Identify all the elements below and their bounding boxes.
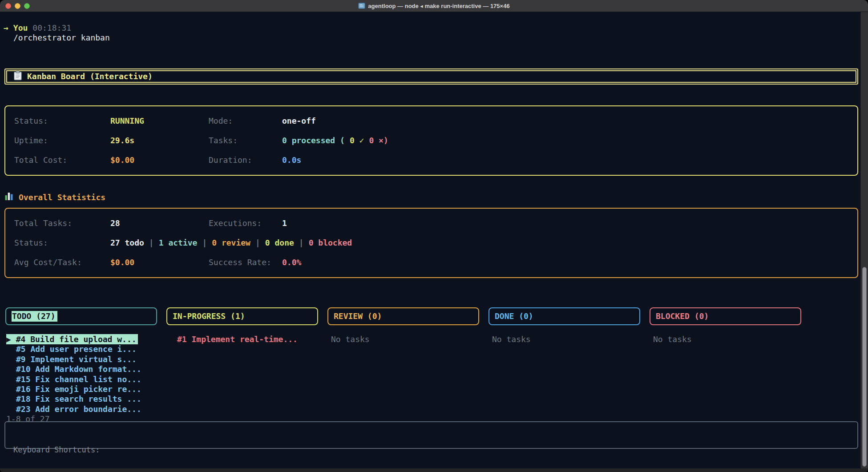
selection-arrow-icon: ▶ xyxy=(6,335,11,344)
tasks-processed: 0 processed ( xyxy=(282,136,345,145)
kanban-board: TODO (27) ▶ #4 Build file upload w... #5… xyxy=(5,307,858,424)
task-item[interactable]: #9 Implement virtual s... xyxy=(5,355,157,364)
separator: | xyxy=(299,238,304,248)
scrollbar[interactable] xyxy=(860,12,868,468)
stats-status-label: Status: xyxy=(14,238,110,248)
column-todo-header[interactable]: TODO (27) xyxy=(5,307,157,325)
orchestrator-status-panel: Status: RUNNING Mode: one-off Uptime: 29… xyxy=(4,105,858,176)
duration-value: 0.0s xyxy=(282,155,857,165)
column-blocked-header-label: BLOCKED (0) xyxy=(656,311,709,321)
status-breakdown-row: Status: 27 todo | 1 active | 0 review | … xyxy=(5,233,857,253)
task-item[interactable]: #15 Fix channel list no... xyxy=(5,375,157,384)
status-done-count: 0 done xyxy=(265,238,294,248)
status-row: Status: RUNNING Mode: one-off xyxy=(5,111,857,131)
command-text: /orchestrator kanban xyxy=(13,33,868,43)
window-title: agentloop — node ◂ make run-interactive … xyxy=(358,3,509,9)
window-title-text: agentloop — node ◂ make run-interactive … xyxy=(368,3,509,9)
task-item[interactable]: #16 Fix emoji picker re... xyxy=(5,384,157,394)
clipboard-icon xyxy=(13,71,22,83)
mode-label: Mode: xyxy=(209,116,282,126)
empty-column-label: No tasks xyxy=(327,335,479,344)
mode-value: one-off xyxy=(282,116,857,126)
column-todo-header-label: TODO (27) xyxy=(12,311,57,322)
success-rate-label: Success Rate: xyxy=(209,258,282,267)
column-blocked-tasks: No tasks xyxy=(650,335,801,344)
terminal-content: → You 00:18:31 /orchestrator kanban Kanb… xyxy=(0,12,868,468)
column-review-tasks: No tasks xyxy=(327,335,479,344)
column-review-header-label: REVIEW (0) xyxy=(334,311,382,321)
column-review-header[interactable]: REVIEW (0) xyxy=(327,307,479,325)
close-button[interactable] xyxy=(5,3,11,9)
prompt-arrow-icon: → xyxy=(4,23,8,33)
column-review: REVIEW (0) No tasks xyxy=(327,307,479,424)
column-done-header[interactable]: DONE (0) xyxy=(489,307,640,325)
terminal-window: agentloop — node ◂ make run-interactive … xyxy=(0,0,868,472)
separator: | xyxy=(255,238,260,248)
prompt-line: → You 00:18:31 xyxy=(4,23,868,33)
total-cost-value: $0.00 xyxy=(110,155,209,165)
bar-chart-icon xyxy=(4,192,13,203)
empty-column-label: No tasks xyxy=(489,335,640,344)
scrollbar-thumb[interactable] xyxy=(862,267,867,467)
column-todo-tasks: ▶ #4 Build file upload w... #5 Add user … xyxy=(5,335,157,424)
column-done-tasks: No tasks xyxy=(489,335,640,344)
status-blocked-count: 0 blocked xyxy=(309,238,352,248)
tasks-label: Tasks: xyxy=(209,136,282,145)
totals-row: Total Tasks: 28 Executions: 1 xyxy=(5,214,857,233)
window-bottom-edge xyxy=(0,468,868,472)
column-in-progress-header[interactable]: IN-PROGRESS (1) xyxy=(166,307,318,325)
column-in-progress-header-label: IN-PROGRESS (1) xyxy=(173,311,245,321)
total-tasks-value: 28 xyxy=(110,218,209,228)
titlebar: agentloop — node ◂ make run-interactive … xyxy=(0,0,868,12)
column-in-progress: IN-PROGRESS (1) #1 Implement real-time..… xyxy=(166,307,318,424)
status-value: RUNNING xyxy=(110,116,209,126)
executions-value: 1 xyxy=(282,218,857,228)
separator: | xyxy=(202,238,207,248)
tasks-failed: 0 ×) xyxy=(369,136,388,145)
task-text: #4 Build file upload w... xyxy=(16,335,137,344)
success-rate-value: 0.0% xyxy=(282,258,857,267)
board-title: Kanban Board (Interactive) xyxy=(27,72,153,81)
uptime-row: Uptime: 29.6s Tasks: 0 processed ( 0 ✓ 0… xyxy=(5,131,857,150)
status-active-count: 1 active xyxy=(159,238,198,248)
stats-heading: Overall Statistics xyxy=(19,193,105,202)
task-item[interactable]: #18 Fix search results ... xyxy=(5,394,157,404)
task-item[interactable]: #1 Implement real-time... xyxy=(166,335,318,344)
rates-row: Avg Cost/Task: $0.00 Success Rate: 0.0% xyxy=(5,253,857,272)
executions-label: Executions: xyxy=(209,218,282,228)
column-done: DONE (0) No tasks xyxy=(489,307,640,424)
stats-header: Overall Statistics xyxy=(4,192,868,203)
task-item[interactable]: #23 Add error boundarie... xyxy=(5,404,157,414)
uptime-label: Uptime: xyxy=(14,136,110,145)
task-item-selected[interactable]: ▶ #4 Build file upload w... xyxy=(5,335,157,344)
cost-row: Total Cost: $0.00 Duration: 0.0s xyxy=(5,150,857,170)
column-done-header-label: DONE (0) xyxy=(495,311,533,321)
tasks-value: 0 processed ( 0 ✓ 0 ×) xyxy=(282,136,857,145)
overall-stats-panel: Total Tasks: 28 Executions: 1 Status: 27… xyxy=(4,208,858,278)
column-blocked: BLOCKED (0) No tasks xyxy=(650,307,801,424)
prompt-user: You xyxy=(13,23,28,33)
avg-cost-label: Avg Cost/Task: xyxy=(14,258,110,267)
window-controls xyxy=(5,0,30,12)
column-todo: TODO (27) ▶ #4 Build file upload w... #5… xyxy=(5,307,157,424)
column-blocked-header[interactable]: BLOCKED (0) xyxy=(650,307,801,325)
status-todo-count: 27 todo xyxy=(110,238,144,248)
status-review-count: 0 review xyxy=(212,238,250,248)
terminal-document-icon xyxy=(358,3,365,9)
total-tasks-label: Total Tasks: xyxy=(14,218,110,228)
column-in-progress-tasks: #1 Implement real-time... xyxy=(166,335,318,344)
board-title-box: Kanban Board (Interactive) xyxy=(4,69,858,85)
tasks-succeeded: 0 ✓ xyxy=(350,136,364,145)
keyboard-shortcuts-panel: Keyboard Shortcuts: ←/→/Tab: Switch colu… xyxy=(4,421,858,449)
prompt-timestamp: 00:18:31 xyxy=(32,23,71,33)
duration-label: Duration: xyxy=(209,155,282,165)
shortcuts-title: Keyboard Shortcuts: xyxy=(13,445,857,455)
uptime-value: 29.6s xyxy=(110,136,209,145)
avg-cost-value: $0.00 xyxy=(110,258,209,267)
minimize-button[interactable] xyxy=(15,3,20,9)
task-item[interactable]: #5 Add user presence i... xyxy=(5,344,157,354)
status-label: Status: xyxy=(14,116,110,126)
empty-column-label: No tasks xyxy=(650,335,801,344)
task-item[interactable]: #10 Add Markdown format... xyxy=(5,364,157,374)
maximize-button[interactable] xyxy=(24,3,30,9)
